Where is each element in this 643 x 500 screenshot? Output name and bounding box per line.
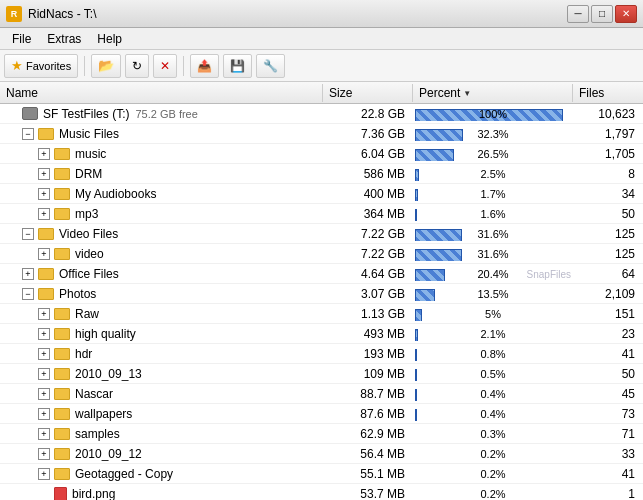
close-button[interactable]: ✕ xyxy=(615,5,637,23)
folder-icon xyxy=(38,288,54,300)
expand-button[interactable]: + xyxy=(38,248,50,260)
cell-name: +music xyxy=(0,147,323,161)
cell-name: −Photos xyxy=(0,287,323,301)
expand-button[interactable]: + xyxy=(38,408,50,420)
star-icon: ★ xyxy=(11,58,23,73)
expand-button[interactable]: + xyxy=(38,468,50,480)
expand-button[interactable]: + xyxy=(38,148,50,160)
table-row[interactable]: +video7.22 GB31.6%125 xyxy=(0,244,643,264)
window-title: RidNacs - T:\ xyxy=(28,7,96,21)
col-percent[interactable]: Percent ▼ xyxy=(413,84,573,102)
percent-text: 32.3% xyxy=(417,128,569,140)
table-row[interactable]: +My Audiobooks400 MB1.7%34 xyxy=(0,184,643,204)
col-name[interactable]: Name xyxy=(0,84,323,102)
table-row[interactable]: +hdr193 MB0.8%41 xyxy=(0,344,643,364)
file-name-text: SF TestFiles (T:) xyxy=(43,107,129,121)
expand-button[interactable]: + xyxy=(38,168,50,180)
percent-text: 20.4% xyxy=(417,268,569,280)
table-row[interactable]: +Nascar88.7 MB0.4%45 xyxy=(0,384,643,404)
cell-size: 4.64 GB xyxy=(323,267,413,281)
cell-name: +2010_09_12 xyxy=(0,447,323,461)
expand-button[interactable]: − xyxy=(22,228,34,240)
menu-help[interactable]: Help xyxy=(89,30,130,48)
expand-button[interactable]: − xyxy=(22,128,34,140)
cell-percent: 26.5% xyxy=(413,147,573,161)
percent-text: 0.4% xyxy=(417,388,569,400)
table-row[interactable]: −Video Files7.22 GB31.6%125 xyxy=(0,224,643,244)
menu-file[interactable]: File xyxy=(4,30,39,48)
cell-percent: 2.1% xyxy=(413,327,573,341)
col-files[interactable]: Files xyxy=(573,84,643,102)
cell-size: 88.7 MB xyxy=(323,387,413,401)
settings-button[interactable]: 🔧 xyxy=(256,54,285,78)
cell-size: 55.1 MB xyxy=(323,467,413,481)
minimize-button[interactable]: ─ xyxy=(567,5,589,23)
table-row[interactable]: +Office Files4.64 GB20.4%SnapFiles64 xyxy=(0,264,643,284)
cell-name: +mp3 xyxy=(0,207,323,221)
cell-size: 193 MB xyxy=(323,347,413,361)
table-row[interactable]: bird.png53.7 MB0.2%1 xyxy=(0,484,643,500)
export-icon: 📤 xyxy=(197,59,212,73)
stop-button[interactable]: ✕ xyxy=(153,54,177,78)
maximize-button[interactable]: □ xyxy=(591,5,613,23)
refresh-button[interactable]: ↻ xyxy=(125,54,149,78)
expand-button[interactable]: + xyxy=(38,368,50,380)
table-row[interactable]: +samples62.9 MB0.3%71 xyxy=(0,424,643,444)
table-row[interactable]: +mp3364 MB1.6%50 xyxy=(0,204,643,224)
expand-button[interactable]: + xyxy=(38,348,50,360)
cell-percent: 100% xyxy=(413,107,573,121)
table-row[interactable]: +wallpapers87.6 MB0.4%73 xyxy=(0,404,643,424)
table-row[interactable]: −Photos3.07 GB13.5%2,109 xyxy=(0,284,643,304)
file-name-text: mp3 xyxy=(75,207,98,221)
table-row[interactable]: +2010_09_1256.4 MB0.2%33 xyxy=(0,444,643,464)
expand-button[interactable]: + xyxy=(38,208,50,220)
percent-text: 0.2% xyxy=(417,468,569,480)
folder-button[interactable]: 📂 xyxy=(91,54,121,78)
stop-icon: ✕ xyxy=(160,59,170,73)
file-tree-table[interactable]: SF TestFiles (T:)75.2 GB free22.8 GB100%… xyxy=(0,104,643,500)
cell-files: 50 xyxy=(573,367,643,381)
cell-percent: 0.3% xyxy=(413,427,573,441)
cell-name: +2010_09_13 xyxy=(0,367,323,381)
cell-percent: 2.5% xyxy=(413,167,573,181)
table-row[interactable]: SF TestFiles (T:)75.2 GB free22.8 GB100%… xyxy=(0,104,643,124)
cell-name: bird.png xyxy=(0,487,323,501)
export-button[interactable]: 📤 xyxy=(190,54,219,78)
cell-files: 2,109 xyxy=(573,287,643,301)
table-row[interactable]: +DRM586 MB2.5%8 xyxy=(0,164,643,184)
table-row[interactable]: +high quality493 MB2.1%23 xyxy=(0,324,643,344)
save-button[interactable]: 💾 xyxy=(223,54,252,78)
folder-icon xyxy=(54,428,70,440)
cell-files: 50 xyxy=(573,207,643,221)
cell-files: 1 xyxy=(573,487,643,501)
expand-button[interactable]: + xyxy=(22,268,34,280)
expand-button[interactable]: + xyxy=(38,428,50,440)
file-name-text: music xyxy=(75,147,106,161)
percent-text: 1.6% xyxy=(417,208,569,220)
cell-percent: 20.4%SnapFiles xyxy=(413,267,573,281)
table-row[interactable]: +2010_09_13109 MB0.5%50 xyxy=(0,364,643,384)
folder-icon xyxy=(54,188,70,200)
table-row[interactable]: +Geotagged - Copy55.1 MB0.2%41 xyxy=(0,464,643,484)
table-row[interactable]: +music6.04 GB26.5%1,705 xyxy=(0,144,643,164)
table-row[interactable]: +Raw1.13 GB5%151 xyxy=(0,304,643,324)
cell-percent: 5% xyxy=(413,307,573,321)
percent-text: 0.4% xyxy=(417,408,569,420)
cell-files: 8 xyxy=(573,167,643,181)
cell-files: 1,797 xyxy=(573,127,643,141)
col-size[interactable]: Size xyxy=(323,84,413,102)
cell-percent: 31.6% xyxy=(413,227,573,241)
table-row[interactable]: −Music Files7.36 GB32.3%1,797 xyxy=(0,124,643,144)
toolbar-separator xyxy=(84,56,85,76)
cell-size: 62.9 MB xyxy=(323,427,413,441)
file-name-text: 2010_09_12 xyxy=(75,447,142,461)
expand-button[interactable]: + xyxy=(38,328,50,340)
expand-button[interactable]: + xyxy=(38,188,50,200)
expand-button[interactable]: + xyxy=(38,308,50,320)
file-name-text: Video Files xyxy=(59,227,118,241)
expand-button[interactable]: + xyxy=(38,448,50,460)
expand-button[interactable]: − xyxy=(22,288,34,300)
expand-button[interactable]: + xyxy=(38,388,50,400)
menu-extras[interactable]: Extras xyxy=(39,30,89,48)
favorites-button[interactable]: ★ Favorites xyxy=(4,54,78,78)
